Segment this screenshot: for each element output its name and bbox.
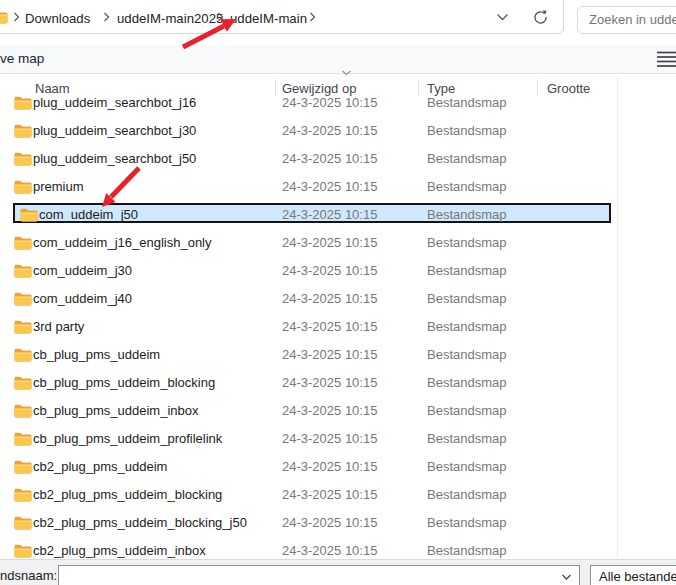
command-toolbar: ve map bbox=[0, 45, 676, 74]
folder-icon bbox=[14, 404, 32, 418]
breadcrumb-separator-icon bbox=[309, 12, 316, 22]
table-row[interactable]: com_uddeim_j16_english_only24-3-2025 10:… bbox=[0, 229, 676, 257]
file-name: cb_plug_pms_uddeim_inbox bbox=[33, 397, 199, 425]
table-row[interactable]: plug_uddeim_searchbot_j1624-3-2025 10:15… bbox=[0, 89, 676, 117]
file-name: com_uddeim_j50 bbox=[39, 201, 138, 229]
table-row[interactable]: cb2_plug_pms_uddeim24-3-2025 10:15Bestan… bbox=[0, 453, 676, 481]
folder-icon bbox=[14, 124, 32, 138]
file-open-dialog: Downloads uddeIM-main2025 uddeIM-main Zo… bbox=[0, 0, 676, 585]
file-type: Bestandsmap bbox=[427, 397, 507, 425]
file-type: Bestandsmap bbox=[427, 313, 507, 341]
file-name: plug_uddeim_searchbot_j16 bbox=[33, 89, 196, 117]
file-modified-date: 24-3-2025 10:15 bbox=[282, 173, 377, 201]
file-modified-date: 24-3-2025 10:15 bbox=[282, 453, 377, 481]
file-type: Bestandsmap bbox=[427, 341, 507, 369]
breadcrumb-separator-icon bbox=[217, 12, 224, 22]
breadcrumb-item-uddeim-main2025[interactable]: uddeIM-main2025 bbox=[117, 8, 223, 30]
table-row[interactable]: plug_uddeim_searchbot_j3024-3-2025 10:15… bbox=[0, 117, 676, 145]
folder-icon bbox=[20, 208, 38, 222]
file-type: Bestandsmap bbox=[427, 145, 507, 173]
file-modified-date: 24-3-2025 10:15 bbox=[282, 89, 377, 117]
address-history-chevron-down-icon[interactable] bbox=[496, 13, 509, 22]
file-type: Bestandsmap bbox=[427, 257, 507, 285]
file-name: cb2_plug_pms_uddeim_blocking bbox=[33, 481, 222, 509]
search-placeholder: Zoeken in uddeIM bbox=[589, 7, 676, 33]
breadcrumb-item-uddeim-main[interactable]: uddeIM-main bbox=[230, 8, 307, 30]
folder-icon bbox=[14, 264, 32, 278]
file-name: cb2_plug_pms_uddeim_blocking_j50 bbox=[33, 509, 247, 537]
breadcrumb-separator-icon bbox=[103, 12, 110, 22]
folder-icon bbox=[14, 488, 32, 502]
file-modified-date: 24-3-2025 10:15 bbox=[282, 425, 377, 453]
file-type: Bestandsmap bbox=[427, 481, 507, 509]
table-row[interactable]: cb2_plug_pms_uddeim_blocking24-3-2025 10… bbox=[0, 481, 676, 509]
file-name: com_uddeim_j40 bbox=[33, 285, 132, 313]
file-name: plug_uddeim_searchbot_j50 bbox=[33, 145, 196, 173]
file-modified-date: 24-3-2025 10:15 bbox=[282, 229, 377, 257]
file-type: Bestandsmap bbox=[427, 285, 507, 313]
file-type: Bestandsmap bbox=[427, 453, 507, 481]
file-name: plug_uddeim_searchbot_j30 bbox=[33, 117, 196, 145]
table-row[interactable]: cb_plug_pms_uddeim_profilelink24-3-2025 … bbox=[0, 425, 676, 453]
file-name: cb2_plug_pms_uddeim bbox=[33, 453, 167, 481]
file-modified-date: 24-3-2025 10:15 bbox=[282, 313, 377, 341]
folder-icon bbox=[14, 432, 32, 446]
folder-icon bbox=[14, 152, 32, 166]
filetype-select[interactable]: Alle bestanden (* bbox=[590, 565, 676, 585]
folder-icon bbox=[14, 376, 32, 390]
file-modified-date: 24-3-2025 10:15 bbox=[282, 481, 377, 509]
file-type: Bestandsmap bbox=[427, 117, 507, 145]
folder-icon bbox=[14, 348, 32, 362]
table-row[interactable]: cb_plug_pms_uddeim24-3-2025 10:15Bestand… bbox=[0, 341, 676, 369]
breadcrumb-separator-icon bbox=[13, 12, 20, 22]
folder-icon bbox=[14, 180, 32, 194]
folder-icon bbox=[14, 544, 32, 558]
file-name: premium bbox=[33, 173, 84, 201]
file-name: com_uddeim_j16_english_only bbox=[33, 229, 212, 257]
file-type: Bestandsmap bbox=[427, 201, 507, 229]
file-modified-date: 24-3-2025 10:15 bbox=[282, 341, 377, 369]
folder-icon bbox=[14, 320, 32, 334]
table-row[interactable]: cb2_plug_pms_uddeim_blocking_j5024-3-202… bbox=[0, 509, 676, 537]
file-modified-date: 24-3-2025 10:15 bbox=[282, 397, 377, 425]
file-modified-date: 24-3-2025 10:15 bbox=[282, 257, 377, 285]
new-folder-button[interactable]: ve map bbox=[0, 45, 44, 73]
file-name: cb_plug_pms_uddeim_blocking bbox=[33, 369, 215, 397]
table-row[interactable]: com_uddeim_j3024-3-2025 10:15Bestandsmap bbox=[0, 257, 676, 285]
table-row[interactable]: com_uddeim_j5024-3-2025 10:15Bestandsmap bbox=[0, 201, 676, 229]
table-row[interactable]: com_uddeim_j4024-3-2025 10:15Bestandsmap bbox=[0, 285, 676, 313]
filename-input[interactable] bbox=[58, 565, 580, 585]
file-type: Bestandsmap bbox=[427, 89, 507, 117]
folder-icon bbox=[14, 516, 32, 530]
search-input[interactable]: Zoeken in uddeIM bbox=[577, 6, 676, 34]
sort-direction-chevron-icon[interactable] bbox=[341, 70, 352, 76]
file-name: com_uddeim_j30 bbox=[33, 257, 132, 285]
folder-icon bbox=[14, 460, 32, 474]
table-row[interactable]: cb_plug_pms_uddeim_inbox24-3-2025 10:15B… bbox=[0, 397, 676, 425]
file-type: Bestandsmap bbox=[427, 509, 507, 537]
file-modified-date: 24-3-2025 10:15 bbox=[282, 145, 377, 173]
file-modified-date: 24-3-2025 10:15 bbox=[282, 201, 377, 229]
folder-icon bbox=[14, 236, 32, 250]
folder-icon bbox=[14, 96, 32, 110]
file-type: Bestandsmap bbox=[427, 369, 507, 397]
filetype-value: Alle bestanden (* bbox=[599, 566, 676, 585]
filename-dropdown-chevron-icon[interactable] bbox=[561, 574, 572, 581]
file-type: Bestandsmap bbox=[427, 425, 507, 453]
file-name: cb_plug_pms_uddeim bbox=[33, 341, 160, 369]
file-name: 3rd party bbox=[33, 313, 84, 341]
file-modified-date: 24-3-2025 10:15 bbox=[282, 117, 377, 145]
refresh-icon[interactable] bbox=[532, 9, 549, 26]
breadcrumb-item-downloads[interactable]: Downloads bbox=[25, 8, 90, 30]
file-name: cb_plug_pms_uddeim_profilelink bbox=[33, 425, 222, 453]
file-modified-date: 24-3-2025 10:15 bbox=[282, 285, 377, 313]
filename-label: ndsnaam: bbox=[0, 565, 54, 585]
table-row[interactable]: premium24-3-2025 10:15Bestandsmap bbox=[0, 173, 676, 201]
breadcrumb-folder-icon bbox=[0, 10, 8, 24]
view-options-icon[interactable] bbox=[656, 51, 676, 68]
table-row[interactable]: cb_plug_pms_uddeim_blocking24-3-2025 10:… bbox=[0, 369, 676, 397]
file-modified-date: 24-3-2025 10:15 bbox=[282, 369, 377, 397]
table-row[interactable]: 3rd party24-3-2025 10:15Bestandsmap bbox=[0, 313, 676, 341]
folder-icon bbox=[14, 292, 32, 306]
table-row[interactable]: plug_uddeim_searchbot_j5024-3-2025 10:15… bbox=[0, 145, 676, 173]
